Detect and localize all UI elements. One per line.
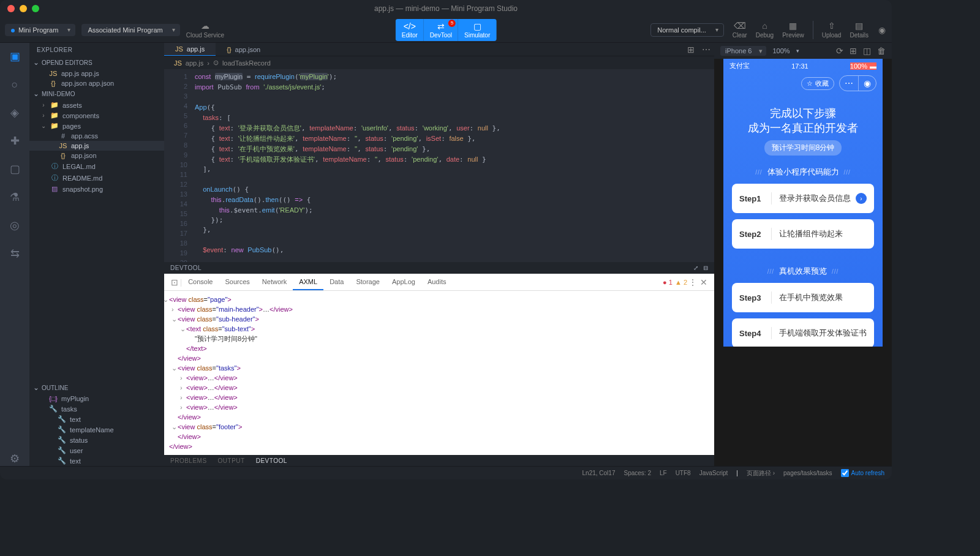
maximize-window[interactable] bbox=[32, 5, 39, 12]
favorite-button[interactable]: ☆ 收藏 bbox=[801, 77, 834, 90]
devtool-toggle[interactable]: ⇄5DevTool bbox=[424, 19, 458, 41]
warning-count[interactable]: ▲ 2 bbox=[675, 279, 687, 286]
open-editors-section[interactable]: OPEND EDITORS bbox=[29, 57, 164, 69]
status-time: 17:31 bbox=[791, 62, 809, 70]
panel-tab[interactable]: PROBLEMS bbox=[170, 457, 207, 464]
tree-item[interactable]: #app.acss bbox=[29, 131, 164, 141]
open-editor-item[interactable]: {}app.json app.json bbox=[29, 78, 164, 88]
device-select[interactable]: iPhone 6 bbox=[720, 46, 766, 56]
devtool-tab[interactable]: AppLog bbox=[386, 274, 421, 290]
hero-title-1: 完成以下步骤 bbox=[770, 106, 836, 121]
status-lang[interactable]: JavaScript bbox=[699, 470, 728, 476]
tree-item[interactable]: ›📁assets bbox=[29, 100, 164, 110]
tree-item[interactable]: JSapp.js bbox=[29, 141, 164, 151]
step-card[interactable]: Step2让轮播组件动起来 bbox=[732, 219, 874, 249]
devtool-tab[interactable]: Data bbox=[323, 274, 350, 290]
code-editor[interactable]: const myPlugin = requirePlugin('myPlugin… bbox=[195, 69, 714, 262]
tree-item[interactable]: {}app.json bbox=[29, 151, 164, 160]
diamond-icon[interactable]: ◈ bbox=[7, 105, 22, 120]
preview-button[interactable]: ▦Preview bbox=[782, 21, 804, 39]
clear-button[interactable]: ⌫Clear bbox=[733, 21, 747, 39]
outline-item[interactable]: 🔧text bbox=[29, 456, 164, 466]
tree-item[interactable]: ⌄📁pages bbox=[29, 121, 164, 131]
devtool-tab[interactable]: Audits bbox=[421, 274, 453, 290]
project-section[interactable]: MINI-DEMO bbox=[29, 88, 164, 100]
simulator-screen[interactable]: 支付宝 17:31 100% ▬ ☆ 收藏 ⋯◉ 完成以下步骤 成为一名真正的开… bbox=[723, 59, 883, 347]
auto-refresh-checkbox[interactable]: Auto refresh bbox=[841, 469, 884, 477]
upload-button[interactable]: ⇧Upload bbox=[822, 21, 842, 39]
hero-title-2: 成为一名真正的开发者 bbox=[748, 121, 858, 135]
status-spaces[interactable]: Spaces: 2 bbox=[624, 470, 650, 476]
devtool-tab[interactable]: Storage bbox=[350, 274, 386, 290]
error-count[interactable]: ● 1 bbox=[663, 279, 673, 286]
zoom-level[interactable]: 100% bbox=[772, 47, 790, 54]
tab-control-icon[interactable]: ⊞ bbox=[684, 43, 698, 56]
outline-item[interactable]: 🔧text bbox=[29, 414, 164, 424]
extensions-icon[interactable]: ✚ bbox=[7, 133, 22, 148]
user-icon[interactable]: ◉ bbox=[877, 25, 887, 35]
devtool-close-panel-icon[interactable]: ✕ bbox=[698, 277, 709, 287]
target-icon[interactable]: ◉ bbox=[859, 76, 876, 91]
explorer-icon[interactable]: ▣ bbox=[7, 49, 22, 64]
close-window[interactable] bbox=[7, 5, 15, 12]
outline-section[interactable]: OUTLINE bbox=[29, 382, 164, 394]
simulator-toggle[interactable]: ▢Simulator bbox=[458, 19, 496, 41]
devtool-maximize-icon[interactable]: ⤢ bbox=[693, 265, 699, 271]
devtool-tab[interactable]: Console bbox=[182, 274, 219, 290]
devtool-more-icon[interactable]: ⋮ bbox=[687, 277, 698, 287]
step-card[interactable]: Step4手机端领取开发体验证书 bbox=[732, 318, 874, 347]
status-battery: 100% bbox=[850, 62, 867, 70]
beaker-icon[interactable]: ⚗ bbox=[7, 190, 22, 205]
status-encoding[interactable]: UTF8 bbox=[676, 470, 691, 476]
minimize-window[interactable] bbox=[20, 5, 27, 12]
axml-dom-tree[interactable]: ⌄<view class="page">›<view class="main-h… bbox=[164, 291, 714, 455]
outline-item[interactable]: {□}myPlugin bbox=[29, 394, 164, 404]
devtool-close-icon[interactable]: ⊟ bbox=[703, 265, 709, 271]
search-icon[interactable]: ○ bbox=[7, 77, 22, 92]
devtool-tab[interactable]: Network bbox=[256, 274, 293, 290]
breadcrumb[interactable]: JS app.js › ⊙ loadTaskRecord bbox=[164, 56, 714, 69]
line-gutter: 123456789101112131415161718192021222324 bbox=[164, 69, 195, 262]
editor-toggle[interactable]: </>Editor bbox=[396, 19, 424, 41]
tree-item[interactable]: ▨snapshot.png bbox=[29, 184, 164, 194]
layers-icon[interactable]: ◫ bbox=[863, 46, 871, 56]
editor-tab[interactable]: {}app.json bbox=[216, 43, 271, 56]
panel-tab[interactable]: OUTPUT bbox=[218, 457, 245, 464]
step-card[interactable]: Step3在手机中预览效果 bbox=[732, 283, 874, 312]
outline-item[interactable]: 🔧status bbox=[29, 435, 164, 445]
devtool-tab[interactable]: Sources bbox=[219, 274, 255, 290]
outline-item[interactable]: 🔧tasks bbox=[29, 404, 164, 414]
devtool-tab[interactable]: AXML bbox=[293, 274, 323, 290]
mini-program-dropdown[interactable]: Mini Program bbox=[5, 24, 75, 36]
details-button[interactable]: ▤Details bbox=[850, 21, 869, 39]
status-route-label: 页面路径 › bbox=[747, 469, 775, 478]
section-header-2: 真机效果预览 bbox=[767, 266, 839, 277]
outline-item[interactable]: 🔧templateName bbox=[29, 424, 164, 435]
box-icon[interactable]: ▢ bbox=[7, 162, 22, 176]
tree-item[interactable]: ⓘLEGAL.md bbox=[29, 160, 164, 172]
sync-icon[interactable]: ◎ bbox=[7, 218, 22, 233]
editor-tab[interactable]: JSapp.js bbox=[164, 43, 216, 56]
window-title: app.js — mini-demo — Mini Program Studio bbox=[374, 4, 518, 13]
cloud-service-button[interactable]: ☁Cloud Service bbox=[186, 21, 224, 39]
status-cursor[interactable]: Ln21, Col17 bbox=[582, 470, 616, 476]
refresh-icon[interactable]: ⟳ bbox=[836, 46, 843, 56]
open-editor-item[interactable]: JSapp.js app.js bbox=[29, 69, 164, 78]
trash-icon[interactable]: 🗑 bbox=[877, 46, 886, 56]
more-icon[interactable]: ⋯ bbox=[840, 76, 859, 91]
settings-icon[interactable]: ⚙ bbox=[7, 451, 22, 466]
debug-button[interactable]: ⌂Debug bbox=[756, 21, 774, 39]
step-card[interactable]: Step1登录并获取会员信息› bbox=[732, 184, 874, 213]
compare-icon[interactable]: ⇆ bbox=[7, 246, 22, 261]
tab-more-icon[interactable]: ⋯ bbox=[698, 43, 714, 56]
tree-item[interactable]: ⓘREADME.md bbox=[29, 172, 164, 184]
associated-dropdown[interactable]: Associated Mini Program bbox=[81, 24, 179, 36]
panel-tab[interactable]: DEVTOOL bbox=[256, 457, 287, 464]
inspect-icon[interactable]: ⊡ bbox=[169, 277, 180, 287]
compile-dropdown[interactable]: Normal compil... bbox=[650, 23, 723, 37]
outline-item[interactable]: 🔧user bbox=[29, 445, 164, 456]
status-lf[interactable]: LF bbox=[660, 470, 667, 476]
grid-icon[interactable]: ⊞ bbox=[850, 46, 857, 56]
tree-item[interactable]: ›📁components bbox=[29, 110, 164, 121]
status-route[interactable]: pages/tasks/tasks bbox=[783, 470, 832, 476]
